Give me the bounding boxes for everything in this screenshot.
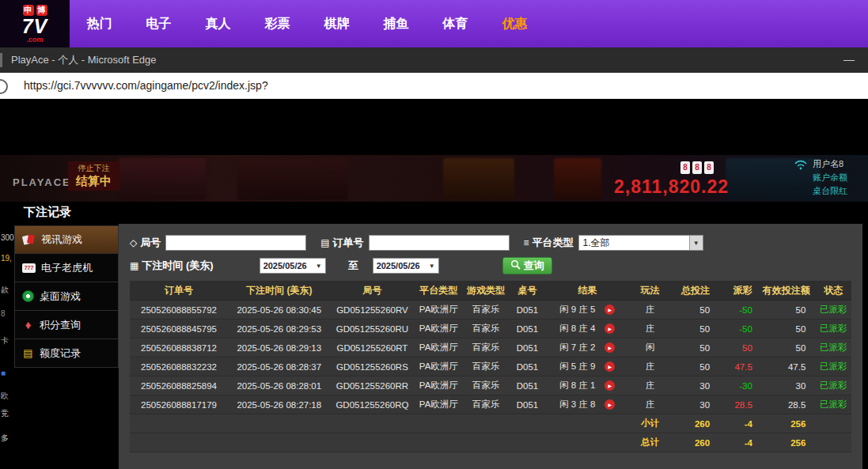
- slot-777-icon: 777: [22, 263, 36, 273]
- sidebar-item-points[interactable]: ♦ 积分查询: [14, 311, 119, 339]
- col-status: 状态: [815, 281, 851, 301]
- sidebar-item-video-games[interactable]: 视讯游戏: [14, 225, 119, 254]
- minimize-button[interactable]: —: [838, 47, 860, 71]
- card-icon: 8: [680, 161, 690, 174]
- cell-status: 已派彩: [815, 320, 851, 339]
- chevron-down-icon: ▼: [316, 263, 322, 270]
- cell-total: 50: [672, 357, 719, 376]
- round-input[interactable]: [165, 235, 306, 251]
- filter-row-2: ▦ 下注时间 (美东) 2025/05/26 ▼ 至 2025/05/26 ▼: [130, 257, 851, 274]
- cell-valid: 47.5: [762, 357, 815, 376]
- table-row[interactable]: 250526088838712 2025-05-26 08:29:13 GD05…: [130, 339, 851, 357]
- date-to-select[interactable]: 2025/05/26 ▼: [373, 258, 439, 274]
- banner-art: [443, 158, 514, 200]
- sidebar-item-table-games[interactable]: 桌面游戏: [14, 282, 119, 311]
- chevron-down-icon[interactable]: ▼: [689, 236, 703, 250]
- play-icon[interactable]: ▶: [605, 361, 615, 372]
- cell-result: 闲 8 庄 4 ▶: [546, 320, 628, 339]
- cell-order: 250526088855792: [130, 301, 228, 320]
- platform-icon: ≡: [524, 237, 529, 248]
- cell-total: 30: [672, 395, 719, 414]
- play-icon[interactable]: ▶: [605, 399, 615, 410]
- cell-table: D051: [509, 357, 546, 376]
- sidebar-item-label: 视讯游戏: [41, 233, 82, 247]
- date-from-select[interactable]: 2025/05/26 ▼: [260, 258, 326, 274]
- sidebar-item-label: 额度记录: [40, 346, 81, 361]
- search-icon: [510, 259, 521, 272]
- address-bar[interactable]: https://gci.7vvvvvv.com/agingame/pcv2/in…: [0, 73, 868, 99]
- col-game: 游戏类型: [463, 281, 508, 301]
- col-payout: 派彩: [719, 281, 762, 301]
- table-limit-label: 桌台限红: [813, 184, 868, 198]
- table-row[interactable]: 250526088817179 2025-05-26 08:27:18 GD05…: [130, 395, 851, 414]
- col-result: 结果: [546, 281, 628, 301]
- logo-tld: .com: [26, 36, 43, 43]
- order-filter: ▤ 订单号: [320, 235, 509, 251]
- date-to-value: 2025/05/26: [377, 261, 420, 270]
- table-row[interactable]: 250526088845795 2025-05-26 08:29:53 GD05…: [130, 320, 851, 339]
- balance-label: 账户余额: [813, 171, 868, 184]
- cell-table: D051: [509, 339, 546, 357]
- nav-slots[interactable]: 电子: [129, 16, 188, 32]
- site-logo[interactable]: 申 博 7V .com: [0, 0, 70, 47]
- nav-hot[interactable]: 热门: [70, 16, 129, 32]
- sidebar-item-slots[interactable]: 777 电子老虎机: [14, 254, 119, 282]
- sidebar: 视讯游戏 777 电子老虎机 桌面游戏 ♦ 积分查询 ▤ 额度记录: [14, 225, 119, 368]
- bet-time-filter: ▦ 下注时间 (美东): [130, 259, 214, 273]
- round-filter: ◇ 局号: [130, 235, 306, 251]
- cell-valid: 28.5: [762, 395, 815, 414]
- play-icon[interactable]: ▶: [605, 304, 615, 315]
- table-row[interactable]: 250526088832232 2025-05-26 08:28:37 GD05…: [130, 357, 851, 376]
- search-button[interactable]: 查询: [502, 257, 552, 274]
- platform-filter: ≡ 平台类型 1.全部 ▼: [524, 235, 703, 251]
- chevron-down-icon: ▼: [429, 263, 435, 270]
- cell-payout: -30: [719, 376, 762, 395]
- nav-cards[interactable]: 棋牌: [307, 16, 366, 32]
- table-row[interactable]: 250526088855792 2025-05-26 08:30:45 GD05…: [130, 301, 851, 320]
- platform-select[interactable]: 1.全部 ▼: [578, 235, 703, 251]
- play-icon[interactable]: ▶: [605, 342, 615, 353]
- cell-round: GD051255260RV: [331, 301, 415, 320]
- cell-time: 2025-05-26 08:28:37: [228, 357, 331, 376]
- reload-icon[interactable]: [0, 79, 8, 94]
- banner-art: [554, 158, 601, 200]
- cell-total: 50: [672, 301, 719, 320]
- cell-round: GD051255260RS: [331, 357, 415, 376]
- sidebar-item-quota[interactable]: ▤ 额度记录: [14, 339, 119, 368]
- play-icon[interactable]: ▶: [605, 323, 615, 334]
- bet-table: 订单号 下注时间 (美东) 局号 平台类型 游戏类型 桌号 结果 玩法 总投注 …: [130, 281, 851, 452]
- logo-brand: 7V: [22, 17, 48, 36]
- nav-lottery[interactable]: 彩票: [248, 16, 307, 32]
- to-label: 至: [348, 259, 358, 273]
- nav-live[interactable]: 真人: [188, 16, 248, 32]
- play-icon[interactable]: ▶: [605, 380, 615, 391]
- cell-total: 50: [672, 320, 719, 339]
- logo-badge-shen: 申: [23, 5, 34, 16]
- cell-play: 庄: [628, 376, 672, 395]
- search-button-label: 查询: [524, 259, 544, 273]
- cell-valid: 50: [762, 301, 815, 320]
- bet-record-panel: 下注记录 视讯游戏 777 电子老虎机 桌面游戏 ♦ 积分查询: [0, 202, 868, 469]
- window-titlebar: PlayAce - 个人 - Microsoft Edge —: [0, 47, 868, 73]
- cell-status: 已派彩: [815, 301, 851, 320]
- order-label: 订单号: [333, 236, 364, 250]
- grandtotal-payout: -4: [719, 433, 762, 452]
- order-input[interactable]: [369, 235, 510, 251]
- cell-order: 250526088845795: [130, 320, 228, 339]
- nav-fishing[interactable]: 捕鱼: [366, 16, 426, 32]
- cell-round: GD051255260RT: [331, 339, 415, 357]
- nav-sports[interactable]: 体育: [426, 16, 485, 32]
- window-title: PlayAce - 个人 - Microsoft Edge: [11, 47, 157, 73]
- url-text[interactable]: https://gci.7vvvvvv.com/agingame/pcv2/in…: [24, 73, 268, 99]
- order-icon: ▤: [320, 237, 329, 248]
- calendar-icon: ▦: [130, 260, 138, 271]
- table-row[interactable]: 250526088825894 2025-05-26 08:28:01 GD05…: [130, 376, 851, 395]
- cell-table: D051: [509, 376, 546, 395]
- cell-valid: 50: [762, 339, 815, 357]
- result-text: 闲 3 庄 8: [559, 399, 595, 410]
- cell-time: 2025-05-26 08:30:45: [228, 301, 331, 320]
- grandtotal-total: 260: [672, 433, 719, 452]
- cell-valid: 30: [762, 376, 815, 395]
- nav-promo[interactable]: 优惠: [485, 16, 544, 32]
- banner-art: [119, 158, 206, 200]
